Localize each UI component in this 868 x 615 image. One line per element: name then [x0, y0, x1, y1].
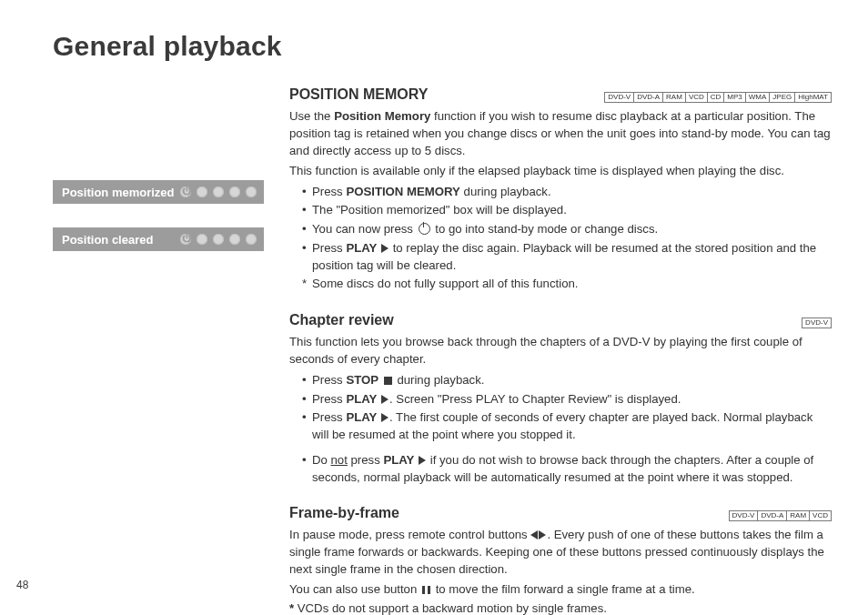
power-dot-icon	[180, 234, 191, 245]
page-title: General playback	[53, 31, 832, 62]
play-icon	[381, 413, 389, 422]
list-item: Press POSITION MEMORY during playback.	[302, 183, 832, 200]
section-header: Chapter review DVD-V	[289, 309, 832, 330]
format-badges: DVD-V DVD-A RAM VCD CD MP3 WMA JPEG High…	[604, 92, 832, 103]
dot-icon	[213, 234, 224, 245]
status-dots	[180, 187, 257, 197]
list-item: The "Position memorized" box will be dis…	[302, 201, 832, 218]
pause-icon	[422, 586, 430, 594]
status-label: Position memorized	[62, 186, 175, 199]
section-position-memory: POSITION MEMORY DVD-V DVD-A RAM VCD CD M…	[289, 84, 832, 293]
section-header: Frame-by-frame DVD-V DVD-A RAM VCD	[289, 502, 832, 523]
badge: RAM	[662, 92, 686, 103]
badge: CD	[707, 92, 725, 103]
play-icon	[381, 395, 389, 404]
badge: VCD	[685, 92, 708, 103]
bullet-list: Press POSITION MEMORY during playback. T…	[289, 183, 832, 293]
status-position-memorized: Position memorized	[53, 180, 264, 204]
format-badges: DVD-V DVD-A RAM VCD	[729, 510, 832, 521]
list-item: You can now press to go into stand-by mo…	[302, 220, 832, 237]
status-label: Position cleared	[62, 233, 153, 247]
badge: DVD-A	[633, 92, 663, 103]
stop-icon	[384, 377, 392, 385]
format-badges: DVD-V	[802, 318, 832, 328]
list-item-note: Some discs do not fully support all of t…	[302, 275, 832, 292]
dot-icon	[197, 187, 207, 197]
sidebar: Position memorized Position cleared	[53, 84, 264, 615]
body-text: This function lets you browse back throu…	[289, 333, 832, 368]
page-number: 48	[16, 579, 28, 591]
badge: WMA	[745, 92, 771, 103]
list-item: Press PLAY . The first couple of seconds…	[302, 408, 832, 443]
dot-icon	[246, 187, 257, 197]
power-dot-icon	[180, 187, 191, 197]
bullet-list: Press STOP during playback. Press PLAY .…	[289, 371, 832, 486]
badge: RAM	[786, 510, 810, 521]
badge: DVD-V	[604, 92, 634, 103]
body-text: Use the Position Memory function if you …	[289, 107, 832, 159]
dot-icon	[197, 234, 207, 245]
section-title: Chapter review	[289, 309, 394, 330]
badge: DVD-V	[729, 510, 759, 521]
section-frame-by-frame: Frame-by-frame DVD-V DVD-A RAM VCD In pa…	[289, 502, 832, 615]
dot-icon	[229, 187, 240, 197]
left-arrow-icon	[530, 530, 538, 539]
right-arrow-icon	[539, 530, 546, 539]
power-icon	[419, 223, 430, 235]
section-title: Frame-by-frame	[289, 502, 399, 523]
badge: HighMAT	[794, 92, 832, 103]
badge: VCD	[809, 510, 832, 521]
list-item: Do not press PLAY if you do not wish to …	[302, 451, 832, 486]
play-icon	[381, 244, 389, 253]
body-text: * VCDs do not support a backward motion …	[289, 600, 832, 615]
dot-icon	[246, 234, 257, 245]
main-content: POSITION MEMORY DVD-V DVD-A RAM VCD CD M…	[289, 84, 832, 615]
status-dots	[180, 234, 257, 245]
status-position-cleared: Position cleared	[53, 227, 264, 251]
badge: MP3	[723, 92, 745, 103]
section-chapter-review: Chapter review DVD-V This function lets …	[289, 309, 832, 486]
body-text: In pause mode, press remote control butt…	[289, 526, 832, 578]
badge: JPEG	[769, 92, 795, 103]
list-item: Press PLAY . Screen "Press PLAY to Chapt…	[302, 390, 832, 408]
list-item: Press STOP during playback.	[302, 371, 832, 388]
content-columns: Position memorized Position cleared	[53, 84, 832, 615]
play-icon	[419, 456, 426, 465]
list-item: Press PLAY to replay the disc again. Pla…	[302, 239, 832, 274]
badge: DVD-V	[802, 318, 832, 328]
section-title: POSITION MEMORY	[289, 84, 428, 105]
body-text: This function is available only if the e…	[289, 162, 832, 179]
dot-icon	[213, 187, 224, 197]
manual-page: General playback Position memorized Posi…	[0, 0, 868, 615]
badge: DVD-A	[757, 510, 787, 521]
dot-icon	[229, 234, 240, 245]
section-header: POSITION MEMORY DVD-V DVD-A RAM VCD CD M…	[289, 84, 832, 105]
body-text: You can also use button to move the film…	[289, 580, 832, 598]
